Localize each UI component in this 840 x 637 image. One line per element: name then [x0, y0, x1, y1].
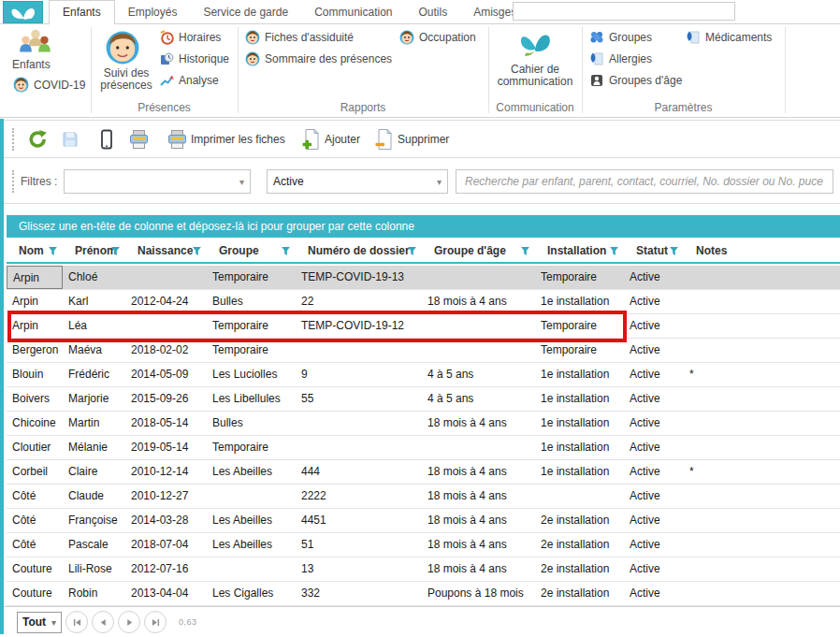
cell-groupe[interactable]: Temporaire [207, 266, 296, 289]
cell-pr-nom[interactable]: Frédéric [63, 363, 125, 386]
cell-pr-nom[interactable]: Robin [63, 582, 125, 605]
cell-statut[interactable]: Active [624, 485, 684, 508]
cell-installation[interactable]: 2e installation [535, 509, 624, 532]
cell-groupe[interactable]: Temporaire [207, 436, 296, 459]
cell-installation[interactable]: 1e installation [535, 290, 624, 313]
cell-statut[interactable]: Active [624, 436, 684, 459]
cell-num-ro-de-dossier[interactable]: 444 [296, 460, 422, 484]
column-header-groupe-d-ge[interactable]: Groupe d'âge [422, 239, 535, 262]
tab-communication[interactable]: Communication [301, 1, 405, 24]
cell-pr-nom[interactable]: Marjorie [63, 387, 125, 411]
cell-groupe[interactable]: Les Abeilles [207, 509, 296, 532]
table-row[interactable]: BergeronMaéva2018-02-02TemporaireTempora… [7, 339, 840, 363]
cell-groupe-d-ge[interactable]: Poupons à 18 mois [422, 582, 535, 605]
cell-pr-nom[interactable]: Claude [63, 485, 125, 508]
page-size-select[interactable]: Tout ▾ [17, 612, 62, 633]
tab-service-de-garde[interactable]: Service de garde [190, 1, 301, 24]
cell-groupe-d-ge[interactable]: 18 mois à 4 ans [422, 412, 535, 435]
sommaire-presences-button[interactable]: Sommaire des présences [245, 51, 392, 66]
cell-pr-nom[interactable]: Mélanie [63, 436, 125, 459]
cell-installation[interactable]: 1e installation [535, 460, 624, 484]
cell-installation[interactable]: Temporaire [535, 339, 624, 362]
column-header-statut[interactable]: Statut [624, 239, 684, 262]
filter-funnel-icon[interactable] [669, 246, 679, 256]
cell-statut[interactable]: Active [624, 363, 684, 386]
medicaments-button[interactable]: Médicaments [686, 30, 772, 45]
table-row[interactable]: ArpinChloéTemporaireTEMP-COVID-19-13Temp… [7, 266, 840, 290]
occupation-button[interactable]: Occupation [399, 30, 476, 45]
cell-notes[interactable] [684, 314, 840, 338]
covid19-button[interactable]: COVID-19 [13, 77, 85, 93]
cell-installation[interactable]: 2e installation [535, 533, 624, 557]
cell-groupe[interactable]: Les Abeilles [207, 533, 296, 557]
cell-nom[interactable]: Chicoine [7, 412, 63, 435]
allergies-button[interactable]: Allergies [589, 51, 652, 66]
first-page-button[interactable] [65, 611, 88, 633]
table-row[interactable]: BlouinFrédéric2014-05-09Les Luciolles94 … [7, 363, 840, 387]
suivi-presences-label[interactable]: Suivi des présences [90, 67, 163, 92]
column-header-groupe[interactable]: Groupe [207, 239, 296, 262]
cell-naissance[interactable]: 2012-07-16 [125, 557, 207, 581]
cell-pr-nom[interactable]: Chloé [63, 266, 125, 289]
cell-statut[interactable]: Active [624, 460, 684, 484]
table-row[interactable]: CloutierMélanie2019-05-14Temporaire1e in… [7, 436, 840, 460]
tab-outils[interactable]: Outils [406, 1, 461, 24]
groupes-age-button[interactable]: Groupes d'âge [589, 73, 682, 88]
toolbar-grip[interactable] [12, 128, 16, 151]
cell-statut[interactable]: Active [624, 314, 684, 338]
cell-installation[interactable]: 1e installation [535, 363, 624, 386]
cell-notes[interactable] [684, 436, 840, 459]
groupes-button[interactable]: Groupes [589, 30, 652, 45]
cell-notes[interactable]: * [684, 460, 840, 484]
group-by-bar[interactable]: Glissez une en-tête de colonne et dépose… [7, 215, 840, 238]
cell-statut[interactable]: Active [624, 387, 684, 411]
cahier-communication-label[interactable]: Cahier de communication [490, 64, 580, 88]
fiches-assiduite-button[interactable]: Fiches d'assiduité [245, 30, 354, 45]
cell-nom[interactable]: Arpin [7, 266, 63, 289]
filter-funnel-icon[interactable] [609, 246, 619, 256]
cell-groupe-d-ge[interactable]: 18 mois à 4 ans [422, 509, 535, 532]
cell-statut[interactable]: Active [624, 266, 684, 289]
cell-nom[interactable]: Bergeron [7, 339, 63, 362]
cell-nom[interactable]: Arpin [7, 290, 63, 313]
cell-notes[interactable] [684, 485, 840, 508]
historique-button[interactable]: Historique [159, 51, 229, 66]
cell-groupe[interactable] [207, 485, 296, 508]
cell-naissance[interactable] [125, 266, 207, 289]
cell-statut[interactable]: Active [624, 582, 684, 605]
tab-employ-s[interactable]: Employés [115, 1, 191, 24]
cell-naissance[interactable]: 2018-02-02 [125, 339, 207, 362]
table-row[interactable]: CôtéClaude2010-12-27222218 mois à 4 ansA… [7, 485, 840, 509]
cell-naissance[interactable] [125, 314, 207, 338]
table-row[interactable]: CôtéPascale2018-07-04Les Abeilles5118 mo… [7, 533, 840, 557]
cell-groupe-d-ge[interactable]: 18 mois à 4 ans [422, 557, 535, 581]
search-input[interactable] [456, 169, 833, 194]
table-row[interactable]: CôtéFrançoise2014-03-28Les Abeilles44511… [7, 509, 840, 533]
cell-nom[interactable]: Côté [7, 485, 63, 508]
cell-notes[interactable] [684, 533, 840, 557]
cell-naissance[interactable]: 2014-03-28 [125, 509, 207, 532]
next-page-button[interactable] [118, 611, 140, 633]
cell-naissance[interactable]: 2010-12-27 [125, 485, 207, 508]
cell-nom[interactable]: Couture [7, 557, 63, 581]
cell-num-ro-de-dossier[interactable] [296, 339, 422, 362]
cell-nom[interactable]: Arpin [7, 314, 63, 338]
cell-groupe-d-ge[interactable]: 4 à 5 ans [422, 363, 535, 386]
cell-nom[interactable]: Cloutier [7, 436, 63, 459]
cell-num-ro-de-dossier[interactable]: 51 [296, 533, 422, 557]
cell-groupe[interactable]: Temporaire [207, 339, 296, 362]
table-row[interactable]: ArpinLéaTemporaireTEMP-COVID-19-12Tempor… [7, 314, 840, 339]
horaires-button[interactable]: Horaires [159, 30, 221, 45]
cell-pr-nom[interactable]: Martin [63, 412, 125, 435]
cell-num-ro-de-dossier[interactable]: 22 [296, 290, 422, 313]
cell-groupe-d-ge[interactable] [422, 266, 535, 289]
cell-groupe[interactable]: Bulles [207, 412, 296, 435]
cell-nom[interactable]: Couture [7, 582, 63, 605]
column-header-pr-nom[interactable]: Prénom [63, 239, 125, 262]
cell-num-ro-de-dossier[interactable]: 9 [296, 363, 422, 386]
cell-installation[interactable] [535, 485, 624, 508]
filter-funnel-icon[interactable] [192, 246, 202, 256]
cell-groupe[interactable]: Bulles [207, 290, 296, 313]
cell-groupe-d-ge[interactable]: 4 à 5 ans [422, 387, 535, 411]
filter-dropdown[interactable]: ▾ [64, 169, 251, 194]
